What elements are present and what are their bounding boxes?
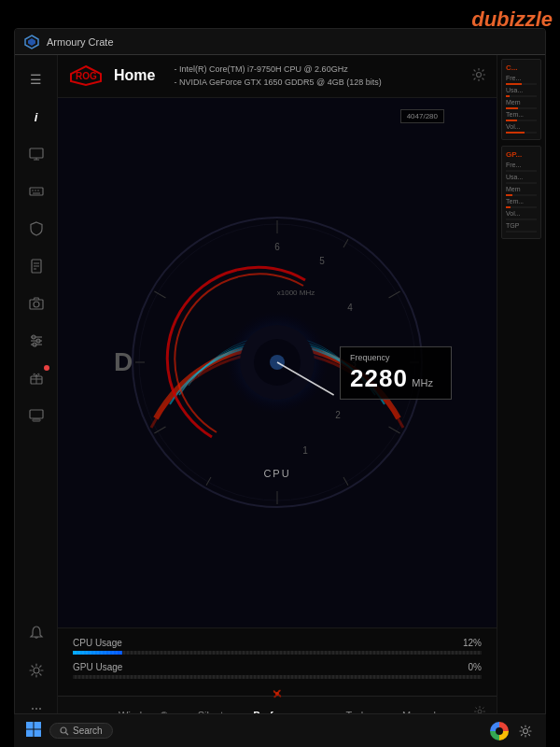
frequency-value-row: 2280 MHz: [350, 364, 441, 393]
svg-point-64: [524, 728, 528, 733]
cpu-vol-label: Vol...: [506, 123, 537, 130]
gpu-right-section: GP... Fre... Usa... Mem Tem... Vol... TG…: [501, 146, 541, 239]
svg-rect-2: [30, 148, 43, 158]
gpu-vol-label: Vol...: [506, 210, 537, 217]
sidebar-item-bell[interactable]: [20, 616, 53, 650]
taskbar-right: [490, 722, 535, 740]
cpu-mem-label: Mem: [506, 99, 537, 106]
svg-text:4: 4: [347, 303, 353, 313]
fan-icon: [271, 687, 284, 703]
sidebar-item-sliders[interactable]: [20, 324, 53, 358]
sidebar-item-settings[interactable]: [20, 654, 53, 687]
cpu-usa-label: Usa...: [506, 87, 537, 93]
display-icon: [29, 408, 44, 423]
svg-rect-5: [30, 188, 43, 195]
cpu-usage-label: CPU Usage: [73, 638, 122, 648]
header: ROG Home - Intel(R) Core(TM) i7-9750H CP…: [58, 55, 497, 98]
gpu-usage-label: GPU Usage: [73, 662, 122, 672]
gpu-section-title: GP...: [506, 150, 537, 159]
camera-icon: [29, 296, 44, 311]
right-panel: C... Fre... Usa... Mem Tem... Vol... GP.…: [497, 55, 545, 732]
frequency-display: Frequency 2280 MHz: [340, 346, 452, 400]
sidebar-item-display[interactable]: [20, 399, 53, 432]
content-area: ROG Home - Intel(R) Core(TM) i7-9750H CP…: [58, 55, 497, 732]
settings-icon: [29, 663, 44, 678]
sidebar-item-monitor[interactable]: [20, 137, 53, 171]
gpu-usage-row: GPU Usage 0%: [73, 662, 482, 679]
cpu-right-section: C... Fre... Usa... Mem Tem... Vol...: [501, 59, 541, 140]
gpu-usage-percent: 0%: [469, 662, 482, 672]
svg-point-21: [33, 343, 36, 346]
sidebar: ☰ i: [15, 55, 58, 732]
svg-rect-25: [30, 410, 43, 418]
main-layout: ☰ i: [15, 55, 545, 732]
gpu-usa-label: Usa...: [506, 174, 537, 180]
cpu-usage-row: CPU Usage 12%: [73, 638, 482, 655]
taskbar: Search: [14, 713, 546, 747]
taskbar-search-text: Search: [73, 726, 103, 736]
bell-icon: [29, 626, 44, 641]
monitor-icon: [29, 147, 44, 162]
cpu-temp-label: Tem...: [506, 111, 537, 118]
gpu-freq-bar: [506, 170, 537, 172]
svg-text:1: 1: [302, 445, 308, 456]
armoury-crate-window: Armoury Crate ☰ i: [14, 28, 546, 733]
cpu-mem-bar: [506, 107, 537, 109]
header-gear-icon[interactable]: [472, 68, 485, 84]
title-bar: Armoury Crate: [15, 29, 545, 55]
gpu-mem-label: Mem: [506, 186, 537, 192]
taskbar-chrome-icon[interactable]: [490, 722, 509, 740]
file-icon: [29, 259, 44, 274]
taskbar-windows-icon[interactable]: [25, 721, 42, 741]
header-specs: - Intel(R) Core(TM) i7-9750H CPU @ 2.60G…: [174, 63, 381, 90]
svg-point-30: [477, 72, 482, 77]
rog-logo: ROG: [69, 64, 103, 87]
header-title: Home: [114, 67, 155, 84]
gpu-tgp-label: TGP: [506, 222, 537, 229]
dubizzle-watermark: dubizzle: [471, 7, 553, 32]
svg-point-27: [34, 668, 39, 673]
gpu-usa-bar: [506, 182, 537, 184]
sidebar-item-hamburger[interactable]: ☰: [20, 63, 53, 96]
frequency-label: Frequency: [350, 353, 441, 362]
svg-line-63: [66, 732, 69, 735]
svg-marker-1: [28, 38, 35, 46]
sliders-icon: [29, 333, 44, 348]
gpu-vol-bar: [506, 218, 537, 220]
cpu-freq-label: Fre...: [506, 75, 537, 81]
svg-point-62: [61, 727, 66, 733]
cpu-usage-bar: [73, 651, 482, 655]
sidebar-item-file[interactable]: [20, 249, 53, 283]
small-display: 4047/280: [400, 109, 444, 123]
sidebar-item-keyboard[interactable]: [20, 175, 53, 208]
svg-rect-61: [35, 729, 42, 737]
sidebar-item-camera[interactable]: [20, 287, 53, 320]
gpu-tgp-bar: [506, 231, 537, 233]
cpu-temp-bar: [506, 120, 537, 121]
svg-rect-58: [26, 722, 34, 729]
svg-text:2: 2: [335, 410, 341, 420]
taskbar-settings-icon[interactable]: [516, 722, 535, 740]
gift-icon: [29, 371, 44, 386]
usage-area: CPU Usage 12% GPU Usage 0%: [58, 627, 497, 696]
gpu-mem-bar: [506, 194, 537, 196]
sidebar-item-gift[interactable]: [20, 361, 53, 395]
svg-text:6: 6: [274, 242, 280, 252]
title-bar-text: Armoury Crate: [47, 36, 114, 48]
svg-text:ROG: ROG: [76, 71, 97, 81]
taskbar-search-icon: [60, 726, 69, 736]
cpu-usa-bar: [506, 95, 537, 97]
svg-point-19: [32, 335, 35, 339]
cpu-freq-bar: [506, 83, 537, 85]
sidebar-item-shield[interactable]: [20, 212, 53, 246]
armoury-crate-icon: [24, 35, 39, 49]
svg-text:5: 5: [319, 256, 325, 266]
gpu-usage-bar: [73, 675, 482, 679]
svg-point-20: [36, 339, 40, 343]
svg-rect-26: [33, 419, 40, 421]
svg-text:x1000 MHz: x1000 MHz: [277, 289, 315, 297]
shield-icon: [29, 221, 44, 236]
taskbar-search[interactable]: Search: [49, 723, 113, 739]
svg-rect-59: [35, 722, 42, 729]
sidebar-item-info[interactable]: i: [20, 100, 53, 134]
